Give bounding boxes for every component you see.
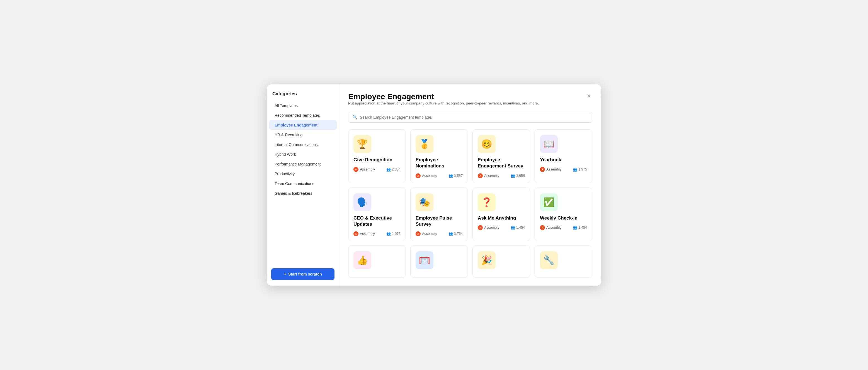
sidebar-item-team-communications[interactable]: Team Communications — [269, 179, 337, 188]
provider-label: Assembly — [422, 232, 437, 236]
template-provider-employee-nominations: AAssembly — [415, 173, 437, 178]
users-icon: 👥 — [573, 225, 577, 230]
template-card-employee-engagement-survey[interactable]: 😊Employee Engagement SurveyAAssembly👥3,9… — [472, 129, 530, 183]
users-icon: 👥 — [448, 174, 453, 178]
template-meta-employee-engagement-survey: AAssembly👥3,956 — [478, 173, 525, 178]
start-from-scratch-button[interactable]: + Start from scratch — [271, 268, 335, 280]
count-value: 3,567 — [454, 174, 463, 178]
template-card-partial-1: 👍 — [348, 245, 406, 278]
count-value: 3,956 — [516, 174, 525, 178]
sidebar-item-employee-engagement[interactable]: Employee Engagement — [269, 121, 337, 130]
template-count-ask-me-anything: 👥1,454 — [510, 225, 525, 230]
users-icon: 👥 — [448, 232, 453, 236]
template-meta-ceo-executive-updates: AAssembly👥1,975 — [353, 231, 401, 236]
template-icon-partial-3: 🎉 — [478, 251, 496, 269]
template-card-employee-nominations[interactable]: 🥇Employee NominationsAAssembly👥3,567 — [410, 129, 468, 183]
template-icon-employee-pulse-survey: 🎭 — [415, 193, 433, 211]
template-meta-yearbook: AAssembly👥1,975 — [540, 167, 587, 172]
sidebar: Categories All TemplatesRecommended Temp… — [267, 85, 339, 285]
template-provider-ask-me-anything: AAssembly — [478, 225, 499, 230]
template-name-employee-engagement-survey: Employee Engagement Survey — [478, 157, 525, 169]
provider-label: Assembly — [422, 174, 437, 178]
template-name-give-recognition: Give Recognition — [353, 157, 401, 163]
template-card-partial-4: 🔧 — [535, 245, 592, 278]
template-provider-ceo-executive-updates: AAssembly — [353, 231, 375, 236]
template-count-employee-engagement-survey: 👥3,956 — [510, 174, 525, 178]
templates-grid: 🏆Give RecognitionAAssembly👥2,354🥇Employe… — [348, 129, 592, 277]
template-card-give-recognition[interactable]: 🏆Give RecognitionAAssembly👥2,354 — [348, 129, 406, 183]
assembly-icon: A — [478, 173, 483, 178]
template-meta-employee-nominations: AAssembly👥3,567 — [415, 173, 463, 178]
count-value: 2,354 — [392, 167, 401, 171]
template-name-weekly-check-in: Weekly Check-In — [540, 215, 587, 221]
template-count-employee-pulse-survey: 👥3,764 — [448, 232, 463, 236]
count-value: 1,454 — [516, 226, 525, 230]
provider-label: Assembly — [360, 232, 375, 236]
template-card-weekly-check-in[interactable]: ✅Weekly Check-InAAssembly👥1,454 — [535, 188, 592, 241]
sidebar-item-internal-communications[interactable]: Internal Communications — [269, 140, 337, 149]
assembly-icon: A — [415, 231, 421, 236]
search-input[interactable] — [360, 115, 588, 120]
template-card-yearbook[interactable]: 📖YearbookAAssembly👥1,975 — [535, 129, 592, 183]
categories-title: Categories — [267, 91, 339, 101]
users-icon: 👥 — [386, 232, 391, 236]
template-icon-yearbook: 📖 — [540, 135, 558, 153]
sidebar-item-hybrid-work[interactable]: Hybrid Work — [269, 149, 337, 159]
template-provider-yearbook: AAssembly — [540, 167, 561, 172]
template-provider-employee-engagement-survey: AAssembly — [478, 173, 499, 178]
sidebar-item-performance-management[interactable]: Performance Management — [269, 159, 337, 169]
template-meta-give-recognition: AAssembly👥2,354 — [353, 167, 401, 172]
provider-label: Assembly — [484, 226, 499, 230]
template-meta-employee-pulse-survey: AAssembly👥3,764 — [415, 231, 463, 236]
close-button[interactable]: × — [585, 92, 592, 99]
main-header: Employee Engagement Put appreciation at … — [348, 92, 592, 110]
template-count-yearbook: 👥1,975 — [573, 167, 587, 172]
sidebar-item-hr-recruiting[interactable]: HR & Recruiting — [269, 130, 337, 140]
template-card-ceo-executive-updates[interactable]: 🗣️CEO & Executive UpdatesAAssembly👥1,975 — [348, 188, 406, 241]
template-icon-ask-me-anything: ❓ — [478, 193, 496, 211]
search-bar: 🔍 — [348, 112, 592, 123]
template-icon-weekly-check-in: ✅ — [540, 193, 558, 211]
plus-icon: + — [284, 272, 286, 277]
users-icon: 👥 — [510, 174, 515, 178]
template-name-yearbook: Yearbook — [540, 157, 587, 163]
template-card-employee-pulse-survey[interactable]: 🎭Employee Pulse SurveyAAssembly👥3,764 — [410, 188, 468, 241]
template-count-give-recognition: 👥2,354 — [386, 167, 401, 172]
provider-label: Assembly — [546, 226, 561, 230]
start-scratch-label: Start from scratch — [288, 272, 322, 276]
assembly-icon: A — [353, 231, 359, 236]
assembly-icon: A — [415, 173, 421, 178]
template-icon-employee-engagement-survey: 😊 — [478, 135, 496, 153]
sidebar-item-recommended-templates[interactable]: Recommended Templates — [269, 111, 337, 120]
template-meta-ask-me-anything: AAssembly👥1,454 — [478, 225, 525, 230]
template-count-employee-nominations: 👥3,567 — [448, 174, 463, 178]
count-value: 1,975 — [579, 167, 587, 171]
template-icon-partial-4: 🔧 — [540, 251, 558, 269]
template-count-weekly-check-in: 👥1,454 — [573, 225, 587, 230]
sidebar-item-games-icebreakers[interactable]: Games & Icebreakers — [269, 189, 337, 198]
template-card-partial-3: 🎉 — [472, 245, 530, 278]
count-value: 1,975 — [392, 232, 401, 236]
sidebar-item-all-templates[interactable]: All Templates — [269, 101, 337, 110]
template-name-ask-me-anything: Ask Me Anything — [478, 215, 525, 221]
sidebar-item-productivity[interactable]: Productivity — [269, 169, 337, 178]
provider-label: Assembly — [484, 174, 499, 178]
template-card-ask-me-anything[interactable]: ❓Ask Me AnythingAAssembly👥1,454 — [472, 188, 530, 241]
users-icon: 👥 — [573, 167, 577, 172]
template-icon-employee-nominations: 🥇 — [415, 135, 433, 153]
provider-label: Assembly — [360, 167, 375, 171]
template-name-employee-nominations: Employee Nominations — [415, 157, 463, 169]
assembly-icon: A — [353, 167, 359, 172]
template-provider-weekly-check-in: AAssembly — [540, 225, 561, 230]
main-content: Employee Engagement Put appreciation at … — [339, 85, 601, 285]
sidebar-bottom: + Start from scratch — [267, 265, 339, 280]
assembly-icon: A — [540, 167, 545, 172]
search-icon: 🔍 — [352, 115, 358, 120]
template-count-ceo-executive-updates: 👥1,975 — [386, 232, 401, 236]
assembly-icon: A — [478, 225, 483, 230]
users-icon: 👥 — [510, 225, 515, 230]
page-subtitle: Put appreciation at the heart of your co… — [348, 101, 539, 105]
template-name-ceo-executive-updates: CEO & Executive Updates — [353, 215, 401, 227]
template-icon-give-recognition: 🏆 — [353, 135, 371, 153]
count-value: 1,454 — [579, 226, 587, 230]
